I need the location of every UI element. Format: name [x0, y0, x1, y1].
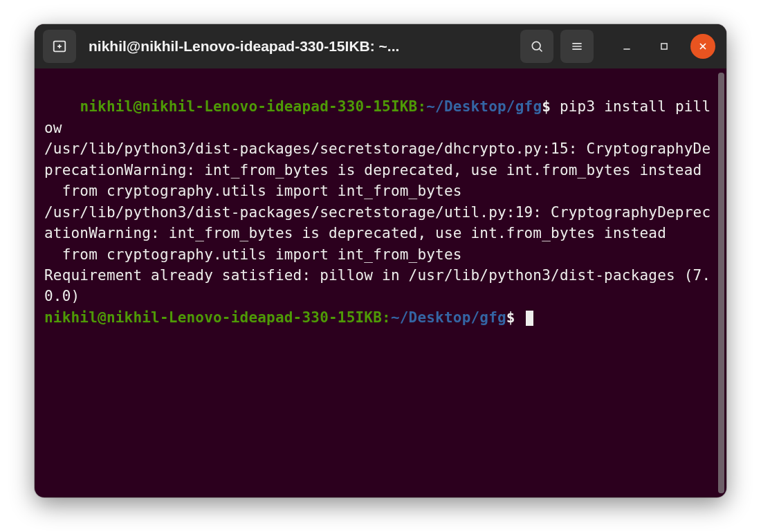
terminal-window: nikhil@nikhil-Lenovo-ideapad-330-15IKB: …: [35, 24, 726, 497]
prompt-userhost: nikhil@nikhil-Lenovo-ideapad-330-15IKB: [80, 98, 417, 115]
output-text: /usr/lib/python3/dist-packages/secretsto…: [44, 140, 710, 304]
titlebar: nikhil@nikhil-Lenovo-ideapad-330-15IKB: …: [35, 24, 726, 68]
minimize-button[interactable]: [612, 31, 642, 62]
svg-line-4: [540, 49, 542, 52]
svg-rect-9: [661, 44, 667, 49]
terminal-body[interactable]: nikhil@nikhil-Lenovo-ideapad-330-15IKB:~…: [35, 68, 726, 497]
prompt-tilde: ~: [426, 98, 435, 115]
prompt-path: /Desktop/gfg: [435, 98, 542, 115]
new-tab-button[interactable]: [43, 30, 76, 63]
prompt-path: /Desktop/gfg: [400, 309, 506, 326]
prompt-tilde: ~: [391, 309, 400, 326]
close-button[interactable]: [690, 34, 715, 59]
svg-point-3: [532, 42, 540, 50]
cursor-block: [526, 311, 533, 326]
prompt-dollar: $: [506, 309, 515, 326]
prompt-dollar: $: [542, 98, 551, 115]
maximize-button[interactable]: [649, 31, 679, 62]
search-button[interactable]: [520, 30, 553, 63]
prompt-colon: :: [382, 309, 391, 326]
scrollbar[interactable]: [718, 73, 724, 493]
window-title: nikhil@nikhil-Lenovo-ideapad-330-15IKB: …: [83, 38, 513, 55]
prompt-colon: :: [417, 98, 426, 115]
hamburger-menu-button[interactable]: [560, 30, 594, 63]
prompt-userhost: nikhil@nikhil-Lenovo-ideapad-330-15IKB: [44, 309, 382, 326]
